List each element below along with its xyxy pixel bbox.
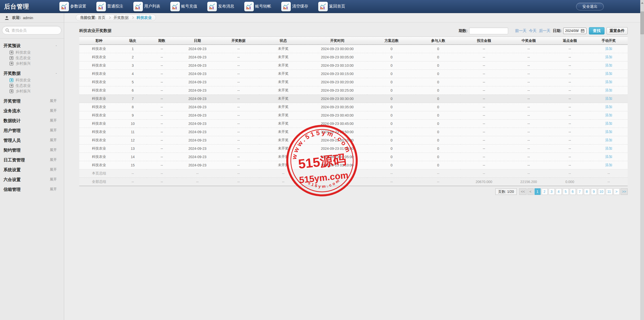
table-cell: 2024-09-23 00:55:00 <box>307 136 367 145</box>
sidebar-item[interactable]: 生态农业 <box>0 83 64 88</box>
search-button[interactable]: 查找 <box>589 27 605 34</box>
table-cell: 0 <box>416 70 460 78</box>
add-draw-link[interactable]: 添加 <box>605 88 612 92</box>
page-button[interactable]: 3 <box>549 188 555 195</box>
table-cell: 科技农业 <box>79 78 119 86</box>
add-draw-link[interactable]: 添加 <box>605 130 612 134</box>
sidebar-section-toggle: 展开 <box>50 148 57 152</box>
page-button[interactable]: > <box>614 188 620 195</box>
table-cell: 未开奖 <box>259 86 307 95</box>
sidebar-item[interactable]: 科技农业 <box>0 50 64 55</box>
sidebar-item-label: 乡村振兴 <box>16 89 31 94</box>
topnav-item[interactable]: 账号充值 <box>170 2 197 11</box>
sidebar-section-header[interactable]: 用户管理 展开 <box>0 127 64 134</box>
sidebar-section-header[interactable]: 管理人员 展开 <box>0 137 64 144</box>
page-button[interactable]: < <box>528 188 534 195</box>
add-draw-link[interactable]: 添加 <box>605 163 612 167</box>
table-cell-action: 添加 <box>590 120 628 128</box>
add-draw-link[interactable]: 添加 <box>605 47 612 51</box>
bullet-icon <box>10 78 13 82</box>
scrollbar[interactable] <box>640 0 644 320</box>
add-draw-link[interactable]: 添加 <box>605 80 612 84</box>
day-link[interactable]: 前一天 <box>515 28 527 33</box>
sidebar-section-header[interactable]: 日工资管理 展开 <box>0 157 64 163</box>
topnav-item[interactable]: 返回首页 <box>318 2 345 11</box>
scroll-up-arrow-icon[interactable] <box>641 2 643 4</box>
add-draw-link[interactable]: 添加 <box>605 63 612 67</box>
table-cell: 科技农业 <box>79 111 119 120</box>
day-link[interactable]: 后一天 <box>539 28 550 33</box>
sidebar-section-header[interactable]: 契约管理 展开 <box>0 147 64 153</box>
page-button[interactable]: 4 <box>556 188 562 195</box>
add-draw-link[interactable]: 添加 <box>605 138 612 142</box>
summary-cell: -- <box>367 169 416 178</box>
sidebar-section-header[interactable]: 系统设置 展开 <box>0 166 64 173</box>
search-input[interactable] <box>12 28 54 32</box>
table-cell: -- <box>218 95 259 103</box>
breadcrumb-link[interactable]: 开奖数据 <box>113 15 129 20</box>
sidebar-section-toggle: - <box>56 71 57 75</box>
add-draw-link[interactable]: 添加 <box>605 155 612 159</box>
page-button[interactable]: 9 <box>591 188 597 195</box>
topnav-item[interactable]: 发布消息 <box>207 2 234 11</box>
sidebar-section-header[interactable]: 开奖预设 - <box>0 42 64 49</box>
summary-cell: 0.000 <box>550 178 590 186</box>
period-input[interactable] <box>469 27 508 34</box>
table-row: 科技农业15--2024-09-23--未开奖2024-09-23 01:10:… <box>79 161 628 169</box>
page-button[interactable]: >> <box>621 188 628 195</box>
table-cell: 10 <box>119 120 147 128</box>
add-draw-link[interactable]: 添加 <box>605 113 612 117</box>
page-button[interactable]: 5 <box>563 188 569 195</box>
chart-icon <box>170 2 180 11</box>
summary-cell: -- <box>590 169 628 178</box>
sidebar-section-header[interactable]: 数据统计 展开 <box>0 117 64 124</box>
sidebar-item[interactable]: 乡村振兴 <box>0 61 64 66</box>
day-link[interactable]: 今天 <box>529 28 537 33</box>
table-cell: -- <box>218 153 259 161</box>
page-button[interactable]: 10 <box>598 188 605 195</box>
topnav-item[interactable]: 账号转帐 <box>244 2 271 11</box>
table-cell: 科技农业 <box>79 53 119 61</box>
page-button[interactable]: 2 <box>542 188 548 195</box>
page-button[interactable]: 1 <box>535 188 541 195</box>
calendar-icon[interactable] <box>581 29 584 32</box>
add-draw-link[interactable]: 添加 <box>605 55 612 59</box>
add-draw-link[interactable]: 添加 <box>605 146 612 150</box>
table-cell: 9 <box>119 111 147 120</box>
reset-button[interactable]: 重置条件 <box>607 27 628 34</box>
sidebar-section-header[interactable]: 六合设置 展开 <box>0 176 64 183</box>
add-draw-link[interactable]: 添加 <box>605 121 612 125</box>
page-button[interactable]: 7 <box>577 188 583 195</box>
table-cell: 0 <box>416 111 460 120</box>
topnav-item[interactable]: 清空缓存 <box>281 2 308 11</box>
topnav-item-label: 账号充值 <box>181 4 197 9</box>
sidebar-item[interactable]: 科技农业 <box>0 77 64 83</box>
logout-button[interactable]: 安全退出 <box>576 3 604 10</box>
sidebar-item[interactable]: 乡村振兴 <box>0 88 64 94</box>
welcome-label: 欢迎: <box>12 15 21 20</box>
add-draw-link[interactable]: 添加 <box>605 72 612 76</box>
scrollbar-thumb[interactable] <box>640 12 644 34</box>
add-draw-link[interactable]: 添加 <box>605 105 612 109</box>
sidebar-section-header[interactable]: 业务流水 展开 <box>0 108 64 114</box>
sidebar-item[interactable]: 生态农业 <box>0 55 64 61</box>
date-input[interactable]: 2024/09/ <box>563 28 587 34</box>
page-button[interactable]: << <box>519 188 526 195</box>
breadcrumb-link[interactable]: 首页 <box>98 15 105 20</box>
sidebar-section-header[interactable]: 开奖管理 展开 <box>0 98 64 104</box>
table-cell: 2024-09-23 00:30:00 <box>307 95 367 103</box>
topnav-item[interactable]: 参数设置 <box>59 2 86 11</box>
topnav-item[interactable]: 普通投注 <box>96 2 123 11</box>
welcome-row: 欢迎: admin <box>0 13 64 23</box>
page-button[interactable]: 11 <box>606 188 613 195</box>
table-cell: -- <box>550 120 590 128</box>
page-button[interactable]: 8 <box>584 188 590 195</box>
sidebar-section-header[interactable]: 开奖数据 - <box>0 70 64 77</box>
add-draw-link[interactable]: 添加 <box>605 96 612 100</box>
table-cell: 0 <box>416 153 460 161</box>
topnav-item[interactable]: 用户列表 <box>133 2 160 11</box>
sidebar-section-header[interactable]: 信箱管理 展开 <box>0 186 64 193</box>
page-button[interactable]: 6 <box>570 188 576 195</box>
sidebar-section-label: 数据统计 <box>4 118 21 124</box>
table-cell: 0 <box>416 103 460 111</box>
